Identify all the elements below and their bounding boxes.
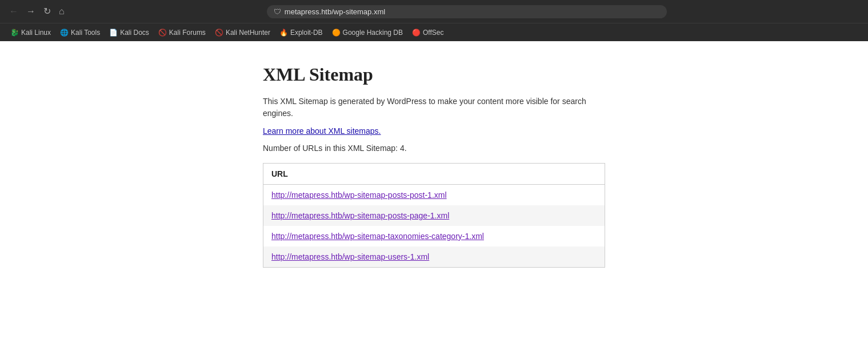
bookmark-kali-docs[interactable]: 📄Kali Docs [106,27,153,38]
bookmark-kali-tools[interactable]: 🌐Kali Tools [57,27,103,38]
kali-tools-icon: 🌐 [60,29,69,37]
description: This XML Sitemap is generated by WordPre… [263,96,605,120]
table-row: http://metapress.htb/wp-sitemap-taxonomi… [263,226,605,246]
exploit-db-icon: 🔥 [279,29,288,37]
learn-more-link[interactable]: Learn more about XML sitemaps. [263,126,605,136]
browser-chrome: ← → ↻ ⌂ 🛡 🐉Kali Linux🌐Kali Tools📄Kali Do… [0,0,868,41]
table-cell-url: http://metapress.htb/wp-sitemap-posts-po… [263,185,605,206]
table-row: http://metapress.htb/wp-sitemap-posts-pa… [263,205,605,226]
offsec-icon: 🔴 [412,29,421,37]
browser-toolbar: ← → ↻ ⌂ 🛡 [0,0,868,23]
kali-docs-icon: 📄 [109,29,118,37]
sitemap-url-link-1[interactable]: http://metapress.htb/wp-sitemap-posts-po… [271,190,447,200]
table-header-url: URL [263,164,605,185]
kali-forums-icon: 🚫 [158,29,167,37]
sitemap-table: URL http://metapress.htb/wp-sitemap-post… [263,163,605,268]
bookmark-kali-forums[interactable]: 🚫Kali Forums [155,27,209,38]
home-button[interactable]: ⌂ [57,6,67,17]
kali-linux-icon: 🐉 [10,29,19,37]
page-title: XML Sitemap [263,64,605,85]
address-bar[interactable] [285,7,660,16]
page-content: XML Sitemap This XML Sitemap is generate… [0,41,868,358]
security-icon: 🛡 [274,7,281,16]
offsec-label: OffSec [423,29,443,37]
reload-button[interactable]: ↻ [41,6,53,17]
table-row: http://metapress.htb/wp-sitemap-users-1.… [263,246,605,268]
kali-nethunter-label: Kali NetHunter [226,29,270,37]
table-cell-url: http://metapress.htb/wp-sitemap-taxonomi… [263,226,605,246]
bookmark-offsec[interactable]: 🔴OffSec [409,27,447,38]
table-cell-url: http://metapress.htb/wp-sitemap-posts-pa… [263,205,605,226]
address-bar-container: 🛡 [267,5,667,18]
back-button[interactable]: ← [7,6,21,17]
bookmark-kali-nethunter[interactable]: 🚫Kali NetHunter [211,27,274,38]
bookmark-kali-linux[interactable]: 🐉Kali Linux [7,27,54,38]
kali-linux-label: Kali Linux [21,29,51,37]
forward-button[interactable]: → [24,6,38,17]
sitemap-url-link-4[interactable]: http://metapress.htb/wp-sitemap-users-1.… [271,252,429,261]
bookmark-exploit-db[interactable]: 🔥Exploit-DB [276,27,326,38]
url-count: Number of URLs in this XML Sitemap: 4. [263,144,605,153]
sitemap-url-link-3[interactable]: http://metapress.htb/wp-sitemap-taxonomi… [271,232,484,241]
kali-docs-label: Kali Docs [120,29,149,37]
google-hacking-icon: 🟠 [332,29,341,37]
kali-tools-label: Kali Tools [71,29,100,37]
bookmarks-bar: 🐉Kali Linux🌐Kali Tools📄Kali Docs🚫Kali Fo… [0,23,868,41]
kali-forums-label: Kali Forums [169,29,206,37]
bookmark-google-hacking[interactable]: 🟠Google Hacking DB [329,27,406,38]
exploit-db-label: Exploit-DB [290,29,323,37]
table-row: http://metapress.htb/wp-sitemap-posts-po… [263,185,605,206]
google-hacking-label: Google Hacking DB [343,29,403,37]
kali-nethunter-icon: 🚫 [215,29,223,37]
table-cell-url: http://metapress.htb/wp-sitemap-users-1.… [263,246,605,268]
nav-buttons: ← → ↻ ⌂ [7,6,67,17]
sitemap-url-link-2[interactable]: http://metapress.htb/wp-sitemap-posts-pa… [271,211,449,220]
